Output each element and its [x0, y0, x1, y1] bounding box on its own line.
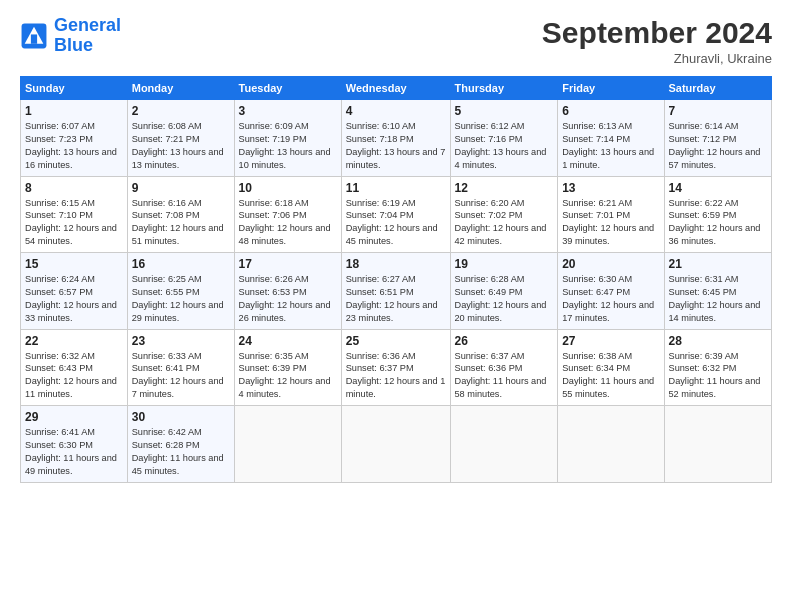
- sunrise-label: Sunrise: 6:33 AM: [132, 351, 202, 361]
- calendar-cell: 15 Sunrise: 6:24 AM Sunset: 6:57 PM Dayl…: [21, 253, 128, 330]
- daylight-label: Daylight: 13 hours and 13 minutes.: [132, 147, 224, 170]
- day-info: Sunrise: 6:27 AM Sunset: 6:51 PM Dayligh…: [346, 273, 446, 325]
- sunset-label: Sunset: 6:36 PM: [455, 363, 523, 373]
- day-header-wednesday: Wednesday: [341, 77, 450, 100]
- calendar-cell: [341, 406, 450, 483]
- day-number: 17: [239, 257, 337, 271]
- sunrise-label: Sunrise: 6:09 AM: [239, 121, 309, 131]
- sunrise-label: Sunrise: 6:38 AM: [562, 351, 632, 361]
- sunset-label: Sunset: 6:59 PM: [669, 210, 737, 220]
- day-info: Sunrise: 6:21 AM Sunset: 7:01 PM Dayligh…: [562, 197, 659, 249]
- daylight-label: Daylight: 13 hours and 16 minutes.: [25, 147, 117, 170]
- sunrise-label: Sunrise: 6:37 AM: [455, 351, 525, 361]
- calendar-cell: 22 Sunrise: 6:32 AM Sunset: 6:43 PM Dayl…: [21, 329, 128, 406]
- day-number: 21: [669, 257, 768, 271]
- logo-text: General Blue: [54, 16, 121, 56]
- day-info: Sunrise: 6:22 AM Sunset: 6:59 PM Dayligh…: [669, 197, 768, 249]
- daylight-label: Daylight: 12 hours and 33 minutes.: [25, 300, 117, 323]
- sunset-label: Sunset: 6:55 PM: [132, 287, 200, 297]
- daylight-label: Daylight: 11 hours and 45 minutes.: [132, 453, 224, 476]
- calendar-cell: 29 Sunrise: 6:41 AM Sunset: 6:30 PM Dayl…: [21, 406, 128, 483]
- logo: General Blue: [20, 16, 121, 56]
- sunset-label: Sunset: 7:08 PM: [132, 210, 200, 220]
- sunset-label: Sunset: 6:43 PM: [25, 363, 93, 373]
- day-number: 6: [562, 104, 659, 118]
- sunrise-label: Sunrise: 6:13 AM: [562, 121, 632, 131]
- day-info: Sunrise: 6:14 AM Sunset: 7:12 PM Dayligh…: [669, 120, 768, 172]
- day-number: 23: [132, 334, 230, 348]
- daylight-label: Daylight: 12 hours and 48 minutes.: [239, 223, 331, 246]
- calendar-week-3: 15 Sunrise: 6:24 AM Sunset: 6:57 PM Dayl…: [21, 253, 772, 330]
- sunrise-label: Sunrise: 6:39 AM: [669, 351, 739, 361]
- calendar-cell: 6 Sunrise: 6:13 AM Sunset: 7:14 PM Dayli…: [558, 100, 664, 177]
- sunset-label: Sunset: 7:18 PM: [346, 134, 414, 144]
- sunset-label: Sunset: 7:02 PM: [455, 210, 523, 220]
- day-header-tuesday: Tuesday: [234, 77, 341, 100]
- calendar-cell: 24 Sunrise: 6:35 AM Sunset: 6:39 PM Dayl…: [234, 329, 341, 406]
- daylight-label: Daylight: 12 hours and 14 minutes.: [669, 300, 761, 323]
- calendar-cell: 2 Sunrise: 6:08 AM Sunset: 7:21 PM Dayli…: [127, 100, 234, 177]
- daylight-label: Daylight: 11 hours and 52 minutes.: [669, 376, 761, 399]
- calendar-cell: 25 Sunrise: 6:36 AM Sunset: 6:37 PM Dayl…: [341, 329, 450, 406]
- calendar-page: General Blue September 2024 Zhuravli, Uk…: [0, 0, 792, 612]
- sunset-label: Sunset: 6:41 PM: [132, 363, 200, 373]
- sunset-label: Sunset: 6:53 PM: [239, 287, 307, 297]
- day-number: 11: [346, 181, 446, 195]
- day-number: 10: [239, 181, 337, 195]
- calendar-body: 1 Sunrise: 6:07 AM Sunset: 7:23 PM Dayli…: [21, 100, 772, 483]
- day-number: 18: [346, 257, 446, 271]
- calendar-cell: 8 Sunrise: 6:15 AM Sunset: 7:10 PM Dayli…: [21, 176, 128, 253]
- calendar-cell: [558, 406, 664, 483]
- day-number: 28: [669, 334, 768, 348]
- sunrise-label: Sunrise: 6:41 AM: [25, 427, 95, 437]
- day-info: Sunrise: 6:31 AM Sunset: 6:45 PM Dayligh…: [669, 273, 768, 325]
- day-number: 1: [25, 104, 123, 118]
- sunset-label: Sunset: 7:21 PM: [132, 134, 200, 144]
- calendar-cell: 19 Sunrise: 6:28 AM Sunset: 6:49 PM Dayl…: [450, 253, 558, 330]
- sunrise-label: Sunrise: 6:24 AM: [25, 274, 95, 284]
- sunset-label: Sunset: 6:47 PM: [562, 287, 630, 297]
- day-number: 16: [132, 257, 230, 271]
- sunset-label: Sunset: 7:12 PM: [669, 134, 737, 144]
- header-row: SundayMondayTuesdayWednesdayThursdayFrid…: [21, 77, 772, 100]
- day-info: Sunrise: 6:12 AM Sunset: 7:16 PM Dayligh…: [455, 120, 554, 172]
- day-info: Sunrise: 6:20 AM Sunset: 7:02 PM Dayligh…: [455, 197, 554, 249]
- day-header-saturday: Saturday: [664, 77, 772, 100]
- sunset-label: Sunset: 7:10 PM: [25, 210, 93, 220]
- day-info: Sunrise: 6:28 AM Sunset: 6:49 PM Dayligh…: [455, 273, 554, 325]
- sunset-label: Sunset: 6:45 PM: [669, 287, 737, 297]
- day-number: 19: [455, 257, 554, 271]
- daylight-label: Daylight: 12 hours and 4 minutes.: [239, 376, 331, 399]
- sunset-label: Sunset: 7:19 PM: [239, 134, 307, 144]
- calendar-cell: [450, 406, 558, 483]
- day-info: Sunrise: 6:38 AM Sunset: 6:34 PM Dayligh…: [562, 350, 659, 402]
- sunset-label: Sunset: 6:49 PM: [455, 287, 523, 297]
- daylight-label: Daylight: 11 hours and 55 minutes.: [562, 376, 654, 399]
- sunrise-label: Sunrise: 6:10 AM: [346, 121, 416, 131]
- day-header-thursday: Thursday: [450, 77, 558, 100]
- calendar-cell: 18 Sunrise: 6:27 AM Sunset: 6:51 PM Dayl…: [341, 253, 450, 330]
- daylight-label: Daylight: 12 hours and 11 minutes.: [25, 376, 117, 399]
- sunset-label: Sunset: 6:28 PM: [132, 440, 200, 450]
- day-info: Sunrise: 6:26 AM Sunset: 6:53 PM Dayligh…: [239, 273, 337, 325]
- sunset-label: Sunset: 6:30 PM: [25, 440, 93, 450]
- location-subtitle: Zhuravli, Ukraine: [542, 51, 772, 66]
- sunset-label: Sunset: 7:16 PM: [455, 134, 523, 144]
- day-info: Sunrise: 6:08 AM Sunset: 7:21 PM Dayligh…: [132, 120, 230, 172]
- sunrise-label: Sunrise: 6:15 AM: [25, 198, 95, 208]
- sunrise-label: Sunrise: 6:25 AM: [132, 274, 202, 284]
- sunrise-label: Sunrise: 6:26 AM: [239, 274, 309, 284]
- calendar-cell: 4 Sunrise: 6:10 AM Sunset: 7:18 PM Dayli…: [341, 100, 450, 177]
- logo-blue: Blue: [54, 35, 93, 55]
- daylight-label: Daylight: 11 hours and 49 minutes.: [25, 453, 117, 476]
- day-number: 12: [455, 181, 554, 195]
- day-number: 24: [239, 334, 337, 348]
- calendar-cell: 10 Sunrise: 6:18 AM Sunset: 7:06 PM Dayl…: [234, 176, 341, 253]
- day-info: Sunrise: 6:24 AM Sunset: 6:57 PM Dayligh…: [25, 273, 123, 325]
- day-info: Sunrise: 6:13 AM Sunset: 7:14 PM Dayligh…: [562, 120, 659, 172]
- calendar-header: SundayMondayTuesdayWednesdayThursdayFrid…: [21, 77, 772, 100]
- calendar-cell: 30 Sunrise: 6:42 AM Sunset: 6:28 PM Dayl…: [127, 406, 234, 483]
- calendar-cell: 14 Sunrise: 6:22 AM Sunset: 6:59 PM Dayl…: [664, 176, 772, 253]
- day-number: 5: [455, 104, 554, 118]
- calendar-week-5: 29 Sunrise: 6:41 AM Sunset: 6:30 PM Dayl…: [21, 406, 772, 483]
